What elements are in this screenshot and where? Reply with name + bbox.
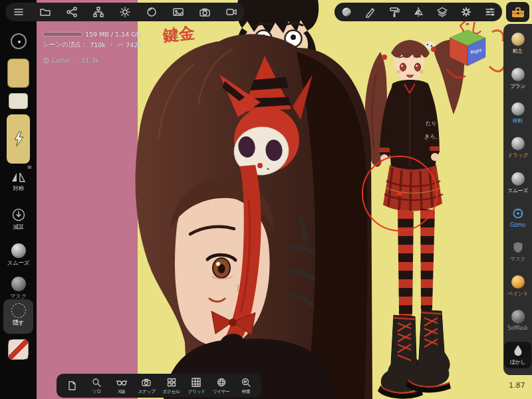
svg-text:鍵金: 鍵金 (162, 23, 196, 45)
settings-gear-icon[interactable] (458, 4, 475, 20)
top-left-toolbar (5, 3, 245, 21)
smooth-alt-button[interactable]: スムーズ (0, 243, 37, 267)
symmetry-icon (11, 170, 27, 184)
bottom-voxel-button[interactable]: ボクセル (160, 377, 183, 395)
grid-icon (191, 377, 201, 388)
tool-blur[interactable]: ぼかし (504, 342, 531, 368)
sliders-icon[interactable] (481, 4, 499, 20)
tool-selmask[interactable]: SelMask (504, 308, 531, 333)
clay-icon (511, 33, 525, 46)
paint-roller-icon[interactable] (386, 4, 403, 20)
symmetry-icon[interactable] (410, 4, 427, 20)
smooth-icon (511, 172, 525, 186)
symmetry-hint: w (27, 164, 32, 170)
voxel-grid-icon (166, 377, 177, 388)
tool-paint[interactable]: ペイント (504, 273, 531, 300)
zoom-indicator: 1.87 (509, 381, 525, 390)
bottom-solo-button[interactable]: ソロ (85, 377, 108, 395)
scene-row: シーンの頂点：710k・ 742k (43, 41, 142, 49)
mask-alt-button[interactable]: マスク (0, 277, 37, 301)
matcap-sphere-icon[interactable] (338, 4, 355, 20)
dashed-circle-icon (11, 303, 26, 318)
magnifier-icon (91, 377, 102, 388)
scene-hierarchy-icon[interactable] (90, 4, 107, 20)
layers-icon[interactable] (434, 4, 451, 20)
camera-icon[interactable] (196, 4, 213, 20)
bottom-wireframe-button[interactable]: ワイヤー (210, 377, 233, 395)
memory-row: 159 MB / 1.14 GB (43, 31, 142, 38)
folder-icon[interactable] (37, 4, 54, 20)
node-graph-icon[interactable] (63, 4, 80, 20)
subtract-button[interactable]: 減算 (0, 207, 37, 231)
scene-label: シーンの頂点： (43, 41, 87, 49)
toolbox-icon (511, 5, 525, 19)
shield-icon (511, 241, 525, 254)
brush-icon (511, 68, 525, 81)
pen-icon[interactable] (362, 4, 379, 20)
lathe-icon (43, 57, 49, 64)
object-row: Lathe・51.3k (43, 56, 142, 65)
left-sidebar: w 対称 減算 スムーズ マスク 隠す (0, 0, 37, 399)
video-camera-icon[interactable] (223, 4, 240, 20)
intensity-slider[interactable] (7, 114, 30, 164)
arrow-down-icon (11, 207, 26, 222)
status-panel: 159 MB / 1.14 GB シーンの頂点：710k・ 742k Lathe… (43, 31, 142, 67)
background-swatch[interactable] (8, 339, 29, 360)
hide-button[interactable]: 隠す (0, 303, 37, 327)
symmetry-button[interactable]: 対称 (0, 170, 37, 193)
bottom-files-button[interactable] (61, 380, 83, 392)
inspect-magnifier-icon (241, 377, 251, 388)
memory-progress (43, 32, 82, 37)
tool-brush[interactable]: ブラシ (504, 66, 531, 92)
memory-text: 159 MB / 1.14 GB (85, 31, 140, 38)
viewport[interactable]: 鍵金 昌弘 きき (0, 0, 532, 399)
toolbox-button[interactable] (506, 2, 529, 22)
bottom-grid-button[interactable]: グリッド (185, 377, 207, 395)
tool-drag[interactable]: ドラッグ (504, 135, 531, 162)
stroke-tool-button[interactable] (0, 33, 37, 49)
paint-icon (511, 275, 525, 289)
tool-smooth[interactable]: スムーズ (504, 170, 531, 197)
material-swatch[interactable] (9, 93, 28, 109)
bottom-snap-button[interactable]: スナップ (135, 377, 158, 395)
material-sphere-icon[interactable] (143, 4, 160, 20)
bottom-xray-button[interactable]: X線 (110, 377, 133, 395)
selmask-icon (511, 310, 525, 323)
move-icon (511, 102, 525, 116)
lightning-icon (12, 131, 25, 147)
mask-sphere-icon (11, 277, 26, 291)
jacket-text: きろ。 (424, 134, 440, 140)
drag-icon (511, 137, 525, 150)
document-icon (66, 380, 77, 391)
tool-move[interactable]: 移動 (504, 100, 531, 127)
jacket-text: たり (426, 120, 436, 126)
link-icon (117, 42, 123, 48)
gizmo-icon (511, 207, 525, 220)
bottom-inspect-button[interactable]: 検査 (235, 377, 257, 395)
tool-gizmo[interactable]: Gizmo (504, 205, 531, 230)
bottom-toolbar: ソロ X線 スナップ ボクセル グリッド ワイヤー 検査 (57, 374, 261, 398)
blur-icon (511, 344, 525, 357)
image-icon[interactable] (170, 4, 187, 20)
light-icon[interactable] (116, 4, 134, 20)
color-swatch[interactable] (7, 59, 29, 88)
top-right-toolbar (334, 3, 502, 21)
tool-clay[interactable]: 粘土 (504, 31, 531, 57)
snap-camera-icon (141, 377, 152, 388)
menu-icon[interactable] (10, 4, 27, 20)
smooth-sphere-icon (11, 243, 26, 258)
right-toolbar: 粘土 ブラシ 移動 ドラッグ スムーズ Gizmo マスク ペイント (503, 24, 532, 375)
wireframe-sphere-icon (216, 377, 227, 388)
tool-mask[interactable]: マスク (504, 239, 531, 265)
stroke-falloff-icon (11, 33, 27, 49)
glasses-icon (116, 377, 127, 388)
